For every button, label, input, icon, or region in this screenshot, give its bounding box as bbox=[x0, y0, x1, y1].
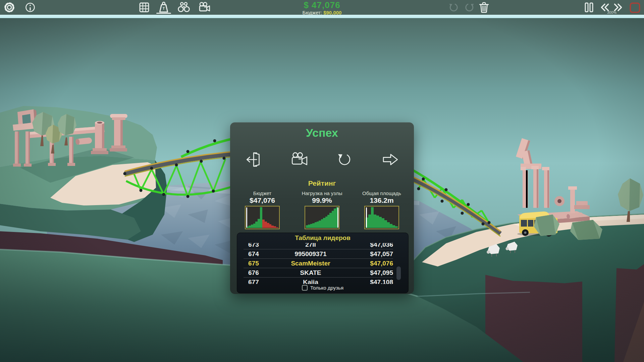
retry-icon bbox=[335, 150, 355, 169]
pause-icon bbox=[583, 1, 595, 13]
redo-button[interactable] bbox=[463, 1, 476, 14]
rating-stats: Бюджет $47,076 Нагрузка на узлы 99.9% Об… bbox=[230, 190, 414, 229]
leaderboard-row: 675ScamMeister$47,076 bbox=[244, 259, 393, 268]
watch-replay-button[interactable] bbox=[290, 148, 309, 171]
exit-door-icon bbox=[245, 150, 264, 169]
undo-button[interactable] bbox=[447, 1, 461, 14]
trash-icon bbox=[478, 1, 490, 14]
svg-text:T: T bbox=[163, 6, 165, 10]
binoculars-icon bbox=[177, 1, 191, 14]
undo-icon bbox=[448, 1, 460, 13]
speed-label: 300% bbox=[599, 10, 625, 14]
success-dialog: Успех bbox=[230, 122, 414, 294]
histogram-node-load bbox=[305, 206, 339, 229]
next-level-button[interactable] bbox=[380, 148, 400, 171]
leaderboard-rows: 67327II$47,036674995009371$47,057675Scam… bbox=[244, 243, 393, 284]
leaderboard-row: 676SKATE$47,095 bbox=[244, 268, 393, 278]
leaderboard-scrollbar-thumb[interactable] bbox=[396, 266, 401, 280]
dialog-title: Успех bbox=[230, 126, 414, 139]
player-marker bbox=[337, 207, 338, 228]
leaderboard-viewport: 67327II$47,036674995009371$47,057675Scam… bbox=[244, 243, 393, 284]
leaderboard-row: 677Kaija$47,108 bbox=[244, 278, 393, 284]
pause-button[interactable] bbox=[582, 1, 596, 14]
leaderboard-row: 674995009371$47,057 bbox=[244, 249, 393, 259]
top-toolbar: T $ 47,076 Бюджет: $90,000 bbox=[0, 0, 644, 15]
retry-level-button[interactable] bbox=[335, 148, 355, 171]
stat-budget: Бюджет $47,076 bbox=[233, 190, 292, 229]
video-camera-icon bbox=[198, 1, 211, 14]
leaderboard-panel: Таблица лидеров 67327II$47,0366749950093… bbox=[237, 233, 409, 293]
histogram-total-area bbox=[364, 206, 399, 229]
stop-simulation-button[interactable] bbox=[628, 1, 642, 14]
replay-camera-icon bbox=[290, 150, 309, 169]
budget-display: Бюджет: $90,000 bbox=[303, 10, 342, 15]
info-icon bbox=[24, 1, 36, 13]
dialog-actions bbox=[230, 148, 414, 171]
settings-button[interactable] bbox=[3, 1, 16, 14]
friends-only-label: Только друзья bbox=[310, 285, 343, 291]
grid-toggle-button[interactable] bbox=[138, 1, 151, 14]
redo-icon bbox=[463, 1, 475, 13]
rating-heading: Рейтинг bbox=[230, 179, 414, 187]
toolbar-divider bbox=[0, 15, 644, 18]
stress-view-button[interactable]: T bbox=[157, 1, 170, 14]
spectate-button[interactable] bbox=[177, 1, 191, 14]
info-button[interactable] bbox=[23, 1, 37, 14]
exit-level-button[interactable] bbox=[245, 148, 264, 171]
replay-button[interactable] bbox=[198, 1, 211, 14]
weight-icon: T bbox=[157, 1, 170, 14]
player-marker bbox=[246, 207, 247, 228]
next-arrow-icon bbox=[380, 150, 400, 169]
current-cost: $ 47,076 bbox=[303, 0, 342, 10]
leaderboard-row: 67327II$47,036 bbox=[244, 243, 393, 249]
grid-icon bbox=[138, 1, 150, 13]
game-screen: T $ 47,076 Бюджет: $90,000 bbox=[0, 0, 644, 362]
delete-button[interactable] bbox=[477, 1, 491, 14]
histogram-budget bbox=[245, 206, 280, 229]
stat-total-area: Общая площадь 136.2m bbox=[352, 190, 411, 229]
stop-icon bbox=[629, 1, 641, 14]
gear-icon bbox=[3, 1, 16, 14]
stat-node-load: Нагрузка на узлы 99.9% bbox=[292, 190, 352, 229]
leaderboard-heading: Таблица лидеров bbox=[237, 234, 408, 242]
friends-only-row: Только друзья bbox=[237, 285, 408, 291]
friends-only-checkbox[interactable] bbox=[302, 285, 308, 291]
player-marker bbox=[366, 207, 367, 228]
money-display: $ 47,076 Бюджет: $90,000 bbox=[303, 0, 342, 15]
